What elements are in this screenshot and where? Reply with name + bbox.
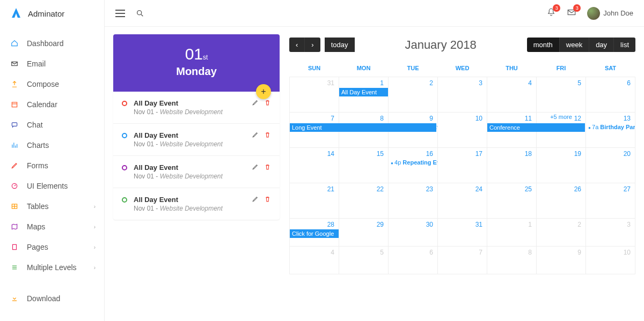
event-link[interactable]: 7a Birthday Party (586, 123, 635, 131)
day-number: 30 (426, 221, 433, 228)
calendar-cell[interactable]: 8 (487, 247, 537, 274)
view-list[interactable]: list (613, 38, 635, 52)
calendar-cell[interactable]: 21 (290, 183, 339, 219)
add-event-button[interactable]: + (256, 84, 271, 99)
notifications-button[interactable]: 3 (546, 8, 556, 19)
calendar-cell[interactable]: 137a Birthday Party (586, 113, 635, 148)
calendar-cell[interactable]: 1 (487, 219, 537, 247)
day-number: 26 (574, 185, 581, 193)
calendar-cell[interactable]: 31 (438, 219, 487, 247)
calendar-cell[interactable]: 28Click for Google (290, 219, 339, 247)
calendar-cell[interactable]: 2 (537, 219, 586, 247)
event-title: All Day Event (134, 99, 252, 107)
menu-toggle-icon[interactable] (115, 10, 125, 17)
sidebar-item-pages[interactable]: Pages› (0, 237, 104, 257)
view-week[interactable]: week (559, 38, 589, 52)
calendar-cell[interactable]: 164p Repeating Event (389, 148, 438, 183)
calendar-cell[interactable]: 23 (389, 183, 438, 219)
calendar-cell[interactable]: 25 (487, 183, 537, 219)
edit-icon[interactable] (252, 196, 259, 204)
dow-header: SUN (290, 59, 339, 77)
sidebar-item-dashboard[interactable]: Dashboard (0, 33, 104, 54)
event-bar[interactable]: Click for Google (290, 229, 339, 238)
calendar-cell[interactable]: 4 (290, 247, 339, 274)
calendar-cell[interactable]: 7Long Event (290, 113, 339, 148)
search-icon[interactable] (136, 9, 144, 18)
calendar-cell[interactable]: 3 (438, 77, 487, 113)
event-title: All Day Event (134, 163, 252, 171)
view-month[interactable]: month (527, 38, 559, 52)
calendar-cell[interactable]: 15 (339, 148, 389, 183)
event-subtitle: Nov 01 - Website Development (134, 140, 252, 148)
calendar-cell[interactable]: 2 (389, 77, 438, 113)
sidebar-item-multiple-levels[interactable]: Multiple Levels› (0, 257, 104, 278)
svg-point-13 (137, 10, 142, 14)
calendar-cell[interactable]: 19 (537, 148, 586, 183)
calendar-cell[interactable]: 29 (339, 219, 389, 247)
sidebar-item-calendar[interactable]: Calendar (0, 94, 104, 115)
calendar-cell[interactable]: 6 (586, 77, 635, 113)
delete-icon[interactable] (264, 196, 271, 204)
edit-icon[interactable] (252, 131, 259, 140)
calendar-cell[interactable]: 14 (290, 148, 339, 183)
sidebar-item-ui-elements[interactable]: UI Elements (0, 176, 104, 196)
calendar-cell[interactable]: 7 (438, 247, 487, 274)
calendar-cell[interactable]: 5 (339, 247, 389, 274)
calendar-cell[interactable]: 3 (586, 219, 635, 247)
sidebar-item-email[interactable]: Email (0, 54, 104, 74)
view-day[interactable]: day (589, 38, 613, 52)
day-number: 10 (475, 115, 482, 122)
sidebar-item-maps[interactable]: Maps› (0, 217, 104, 237)
sidebar-download[interactable]: Download (0, 288, 104, 309)
calendar-cell[interactable]: 10 (586, 247, 635, 274)
event-color-dot (122, 197, 127, 203)
messages-button[interactable]: 3 (567, 8, 576, 19)
calendar-cell[interactable]: 5 (537, 77, 586, 113)
event-link[interactable]: 4p Repeating Event (389, 159, 437, 166)
event-color-dot (122, 133, 127, 138)
calendar-cell[interactable]: 10 (438, 113, 487, 148)
calendar-cell[interactable]: 20 (586, 148, 635, 183)
calendar-cell[interactable]: 17 (438, 148, 487, 183)
sidebar-item-charts[interactable]: Charts (0, 135, 104, 155)
calendar-cell[interactable]: 31 (290, 77, 339, 113)
logo[interactable]: Adminator (0, 0, 104, 27)
edit-icon[interactable] (252, 99, 259, 108)
calendar-cell[interactable]: 1All Day Event (339, 77, 389, 113)
delete-icon[interactable] (264, 163, 271, 172)
edit-icon[interactable] (252, 163, 259, 172)
event-bar[interactable]: Long Event (290, 123, 436, 132)
share-icon (10, 79, 19, 89)
today-button[interactable]: today (325, 38, 355, 52)
svg-line-14 (141, 14, 143, 16)
user-menu[interactable]: John Doe (587, 7, 633, 20)
calendar-cell[interactable]: 22 (339, 183, 389, 219)
sidebar-item-chat[interactable]: Chat (0, 115, 104, 135)
day-number: 21 (327, 185, 334, 193)
sidebar-item-forms[interactable]: Forms (0, 155, 104, 176)
calendar-cell[interactable]: 9 (537, 247, 586, 274)
calendar-cell[interactable]: 11Conference (487, 113, 537, 148)
calendar-cell[interactable]: 26 (537, 183, 586, 219)
day-number: 19 (574, 150, 581, 158)
calendar-cell[interactable]: 4 (487, 77, 537, 113)
day-header: 01st Monday + (113, 34, 280, 92)
sidebar-item-compose[interactable]: Compose (0, 74, 104, 94)
sidebar-item-label: Calendar (27, 100, 57, 109)
sidebar-item-tables[interactable]: Tables› (0, 196, 104, 217)
day-number: 13 (624, 115, 631, 122)
calendar-cell[interactable]: 6 (389, 247, 438, 274)
calendar-title: January 2018 (355, 38, 527, 52)
calendar-cell[interactable]: 18 (487, 148, 537, 183)
calendar-cell[interactable]: 24 (438, 183, 487, 219)
prev-button[interactable]: ‹ (289, 38, 304, 52)
notif-badge: 3 (553, 4, 560, 12)
event-bar[interactable]: Conference (487, 123, 585, 132)
calendar-cell[interactable]: 30 (389, 219, 438, 247)
next-button[interactable]: › (304, 38, 320, 52)
delete-icon[interactable] (264, 99, 271, 108)
calendar-cell[interactable]: 27 (586, 183, 635, 219)
delete-icon[interactable] (264, 131, 271, 140)
event-bar[interactable]: All Day Event (339, 88, 388, 96)
sidebar-item-label: Pages (27, 243, 48, 251)
